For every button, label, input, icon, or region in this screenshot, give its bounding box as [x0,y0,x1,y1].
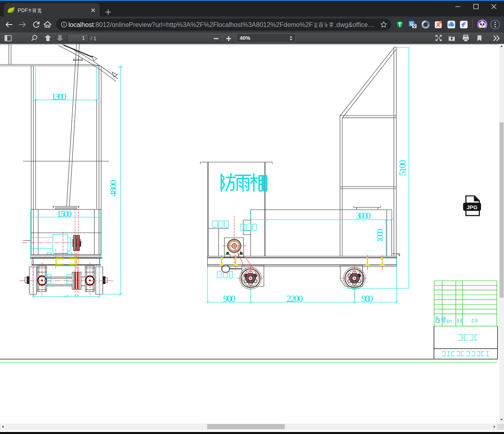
svg-text:900: 900 [223,293,236,304]
svg-text:1: 1 [458,295,460,299]
svg-text:1: 1 [458,300,460,304]
svg-text:1: 1 [458,310,460,314]
svg-text:1: 1 [458,305,460,309]
svg-text:6: 6 [437,286,439,290]
svg-text:1500: 1500 [57,208,72,219]
svg-text:3000: 3000 [356,210,371,221]
svg-text:4: 4 [437,295,439,299]
svg-text:2200: 2200 [286,293,303,304]
svg-text:1: 1 [458,290,460,294]
svg-text:1: 1 [437,310,439,314]
svg-text:5100: 5100 [397,160,407,176]
svg-text:1300: 1300 [51,91,66,102]
svg-text:4800: 4800 [108,180,118,197]
svg-text:5: 5 [437,290,439,294]
svg-text:1435: 1435 [64,294,70,298]
svg-text:7: 7 [437,281,439,285]
svg-text:1000: 1000 [374,229,385,243]
svg-text:2: 2 [437,305,439,309]
svg-text:3: 3 [437,300,439,304]
svg-text:JPG: JPG [467,204,477,210]
svg-text:1: 1 [458,286,460,290]
svg-text:1: 1 [458,281,460,285]
svg-text:900: 900 [362,293,373,304]
